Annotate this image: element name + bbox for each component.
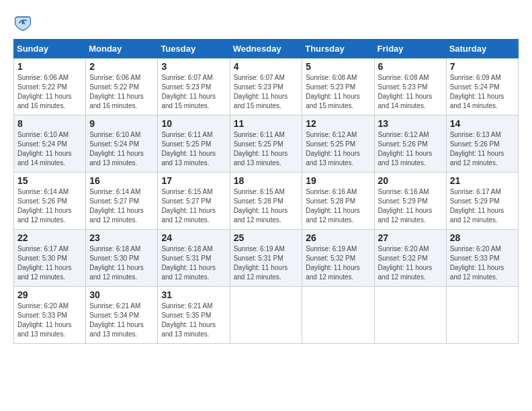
- day-info: Sunrise: 6:13 AM Sunset: 5:26 PM Dayligh…: [450, 130, 515, 168]
- day-info: Sunrise: 6:17 AM Sunset: 5:30 PM Dayligh…: [17, 244, 82, 282]
- day-info: Sunrise: 6:14 AM Sunset: 5:26 PM Dayligh…: [17, 187, 82, 225]
- day-number: 11: [234, 118, 299, 129]
- calendar-header-row: SundayMondayTuesdayWednesdayThursdayFrid…: [14, 40, 519, 58]
- day-number: 13: [378, 118, 443, 129]
- day-info: Sunrise: 6:09 AM Sunset: 5:24 PM Dayligh…: [450, 73, 515, 111]
- day-info: Sunrise: 6:07 AM Sunset: 5:23 PM Dayligh…: [234, 73, 299, 111]
- day-number: 6: [378, 61, 443, 72]
- calendar-week-row: 8 Sunrise: 6:10 AM Sunset: 5:24 PM Dayli…: [14, 116, 519, 173]
- weekday-header: Friday: [374, 40, 446, 58]
- day-info: Sunrise: 6:11 AM Sunset: 5:25 PM Dayligh…: [234, 130, 299, 168]
- day-info: Sunrise: 6:06 AM Sunset: 5:22 PM Dayligh…: [17, 73, 82, 111]
- day-number: 18: [234, 175, 299, 186]
- calendar-cell: 18 Sunrise: 6:15 AM Sunset: 5:28 PM Dayl…: [230, 173, 302, 230]
- day-info: Sunrise: 6:12 AM Sunset: 5:26 PM Dayligh…: [378, 130, 443, 168]
- day-number: 16: [89, 175, 154, 186]
- weekday-header: Saturday: [446, 40, 518, 58]
- day-info: Sunrise: 6:11 AM Sunset: 5:25 PM Dayligh…: [161, 130, 226, 168]
- day-info: Sunrise: 6:20 AM Sunset: 5:33 PM Dayligh…: [450, 244, 515, 282]
- calendar-cell: 12 Sunrise: 6:12 AM Sunset: 5:25 PM Dayl…: [302, 116, 374, 173]
- day-info: Sunrise: 6:15 AM Sunset: 5:28 PM Dayligh…: [234, 187, 299, 225]
- day-number: 28: [450, 232, 515, 243]
- day-info: Sunrise: 6:21 AM Sunset: 5:34 PM Dayligh…: [89, 302, 154, 339]
- day-number: 27: [378, 232, 443, 243]
- logo-icon: [13, 13, 32, 32]
- day-number: 4: [234, 61, 299, 72]
- calendar-cell: 28 Sunrise: 6:20 AM Sunset: 5:33 PM Dayl…: [446, 230, 518, 287]
- day-number: 12: [306, 118, 370, 129]
- day-number: 7: [450, 61, 515, 72]
- calendar-cell: 14 Sunrise: 6:13 AM Sunset: 5:26 PM Dayl…: [446, 116, 518, 173]
- calendar-cell: 23 Sunrise: 6:18 AM Sunset: 5:30 PM Dayl…: [86, 230, 158, 287]
- calendar-week-row: 29 Sunrise: 6:20 AM Sunset: 5:33 PM Dayl…: [14, 287, 519, 344]
- day-number: 21: [450, 175, 515, 186]
- day-number: 3: [161, 61, 226, 72]
- calendar-cell: 4 Sunrise: 6:07 AM Sunset: 5:23 PM Dayli…: [230, 58, 302, 116]
- day-number: 19: [306, 175, 370, 186]
- day-info: Sunrise: 6:19 AM Sunset: 5:32 PM Dayligh…: [306, 244, 370, 282]
- day-info: Sunrise: 6:19 AM Sunset: 5:31 PM Dayligh…: [234, 244, 299, 282]
- calendar-cell: 26 Sunrise: 6:19 AM Sunset: 5:32 PM Dayl…: [302, 230, 374, 287]
- day-info: Sunrise: 6:18 AM Sunset: 5:30 PM Dayligh…: [89, 244, 154, 282]
- calendar-cell: [302, 287, 374, 344]
- weekday-header: Monday: [86, 40, 158, 58]
- day-info: Sunrise: 6:21 AM Sunset: 5:35 PM Dayligh…: [161, 302, 226, 339]
- day-info: Sunrise: 6:10 AM Sunset: 5:24 PM Dayligh…: [89, 130, 154, 168]
- day-number: 31: [161, 289, 226, 300]
- calendar: SundayMondayTuesdayWednesdayThursdayFrid…: [13, 39, 519, 344]
- day-info: Sunrise: 6:15 AM Sunset: 5:27 PM Dayligh…: [161, 187, 226, 225]
- calendar-cell: 3 Sunrise: 6:07 AM Sunset: 5:23 PM Dayli…: [158, 58, 230, 116]
- day-number: 8: [17, 118, 82, 129]
- day-info: Sunrise: 6:18 AM Sunset: 5:31 PM Dayligh…: [161, 244, 226, 282]
- day-number: 14: [450, 118, 515, 129]
- day-number: 29: [17, 289, 82, 300]
- calendar-body: 1 Sunrise: 6:06 AM Sunset: 5:22 PM Dayli…: [14, 58, 519, 344]
- day-number: 20: [378, 175, 443, 186]
- calendar-cell: [230, 287, 302, 344]
- calendar-cell: 5 Sunrise: 6:08 AM Sunset: 5:23 PM Dayli…: [302, 58, 374, 116]
- calendar-cell: 30 Sunrise: 6:21 AM Sunset: 5:34 PM Dayl…: [86, 287, 158, 344]
- calendar-cell: 15 Sunrise: 6:14 AM Sunset: 5:26 PM Dayl…: [14, 173, 86, 230]
- day-number: 15: [17, 175, 82, 186]
- day-number: 30: [89, 289, 154, 300]
- day-info: Sunrise: 6:10 AM Sunset: 5:24 PM Dayligh…: [17, 130, 82, 168]
- calendar-cell: 9 Sunrise: 6:10 AM Sunset: 5:24 PM Dayli…: [86, 116, 158, 173]
- calendar-cell: 20 Sunrise: 6:16 AM Sunset: 5:29 PM Dayl…: [374, 173, 446, 230]
- day-info: Sunrise: 6:16 AM Sunset: 5:28 PM Dayligh…: [306, 187, 370, 225]
- calendar-cell: 13 Sunrise: 6:12 AM Sunset: 5:26 PM Dayl…: [374, 116, 446, 173]
- weekday-header: Wednesday: [230, 40, 302, 58]
- day-info: Sunrise: 6:20 AM Sunset: 5:33 PM Dayligh…: [17, 302, 82, 339]
- day-info: Sunrise: 6:07 AM Sunset: 5:23 PM Dayligh…: [161, 73, 226, 111]
- calendar-cell: [374, 287, 446, 344]
- day-info: Sunrise: 6:12 AM Sunset: 5:25 PM Dayligh…: [306, 130, 370, 168]
- logo: [13, 13, 35, 32]
- calendar-cell: 29 Sunrise: 6:20 AM Sunset: 5:33 PM Dayl…: [14, 287, 86, 344]
- calendar-cell: 19 Sunrise: 6:16 AM Sunset: 5:28 PM Dayl…: [302, 173, 374, 230]
- day-number: 10: [161, 118, 226, 129]
- weekday-header: Tuesday: [158, 40, 230, 58]
- calendar-cell: 2 Sunrise: 6:06 AM Sunset: 5:22 PM Dayli…: [86, 58, 158, 116]
- day-number: 5: [306, 61, 370, 72]
- calendar-cell: 17 Sunrise: 6:15 AM Sunset: 5:27 PM Dayl…: [158, 173, 230, 230]
- calendar-cell: 21 Sunrise: 6:17 AM Sunset: 5:29 PM Dayl…: [446, 173, 518, 230]
- calendar-cell: 24 Sunrise: 6:18 AM Sunset: 5:31 PM Dayl…: [158, 230, 230, 287]
- calendar-cell: 10 Sunrise: 6:11 AM Sunset: 5:25 PM Dayl…: [158, 116, 230, 173]
- day-number: 2: [89, 61, 154, 72]
- day-number: 1: [17, 61, 82, 72]
- calendar-cell: 6 Sunrise: 6:08 AM Sunset: 5:23 PM Dayli…: [374, 58, 446, 116]
- day-number: 9: [89, 118, 154, 129]
- calendar-week-row: 1 Sunrise: 6:06 AM Sunset: 5:22 PM Dayli…: [14, 58, 519, 116]
- day-number: 23: [89, 232, 154, 243]
- calendar-cell: 22 Sunrise: 6:17 AM Sunset: 5:30 PM Dayl…: [14, 230, 86, 287]
- day-info: Sunrise: 6:17 AM Sunset: 5:29 PM Dayligh…: [450, 187, 515, 225]
- day-info: Sunrise: 6:16 AM Sunset: 5:29 PM Dayligh…: [378, 187, 443, 225]
- weekday-header: Thursday: [302, 40, 374, 58]
- day-number: 17: [161, 175, 226, 186]
- calendar-week-row: 15 Sunrise: 6:14 AM Sunset: 5:26 PM Dayl…: [14, 173, 519, 230]
- day-number: 22: [17, 232, 82, 243]
- calendar-cell: 8 Sunrise: 6:10 AM Sunset: 5:24 PM Dayli…: [14, 116, 86, 173]
- header: [13, 13, 519, 32]
- day-info: Sunrise: 6:06 AM Sunset: 5:22 PM Dayligh…: [89, 73, 154, 111]
- calendar-cell: 11 Sunrise: 6:11 AM Sunset: 5:25 PM Dayl…: [230, 116, 302, 173]
- day-number: 25: [234, 232, 299, 243]
